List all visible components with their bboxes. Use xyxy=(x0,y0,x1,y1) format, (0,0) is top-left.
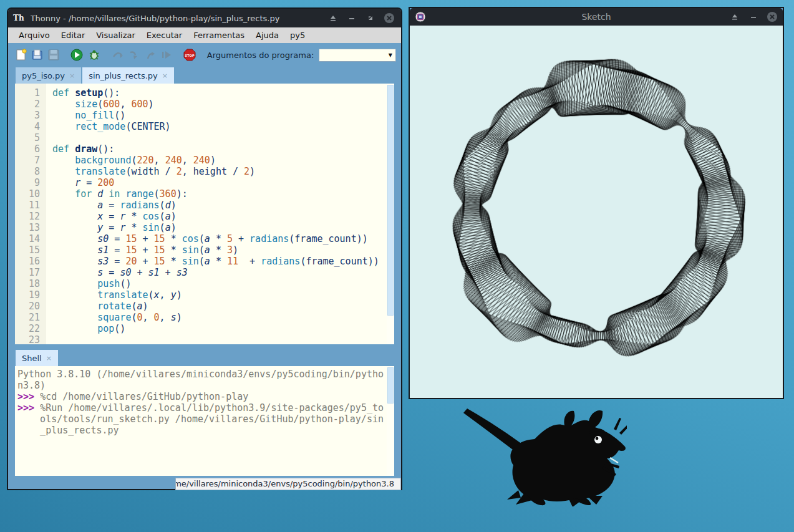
open-file-button[interactable] xyxy=(31,47,44,62)
maximize-button[interactable] xyxy=(364,11,377,25)
line-number: 1 xyxy=(15,87,40,99)
code-line: no_fill() xyxy=(52,110,387,121)
line-number: 12 xyxy=(15,211,40,222)
shell-prompt: >>> xyxy=(17,391,40,402)
resume-button[interactable] xyxy=(160,47,173,62)
shell-prompt: >>> xyxy=(17,402,40,414)
menu-item-py5[interactable]: py5 xyxy=(284,29,311,42)
sketch-window: Sketch xyxy=(409,7,784,399)
code-line: r = 200 xyxy=(52,177,387,188)
code-line: size(600, 600) xyxy=(52,99,387,110)
menu-item-arquivo[interactable]: Arquivo xyxy=(13,29,56,42)
shell-command: >>> %Run /home/villares/.local/lib/pytho… xyxy=(17,402,387,436)
line-number: 8 xyxy=(15,166,40,177)
svg-text:STOP: STOP xyxy=(185,54,195,57)
line-number: 2 xyxy=(15,99,40,110)
wallpaper-mouse-art xyxy=(458,407,627,506)
line-number: 4 xyxy=(15,121,40,132)
editor-tab-sin_plus_rects.py[interactable]: sin_plus_rects.py× xyxy=(82,67,174,84)
tab-label: py5_iso.py xyxy=(22,71,65,80)
editor-tabstrip: py5_iso.py×sin_plus_rects.py× xyxy=(8,67,401,84)
line-number: 18 xyxy=(15,278,40,289)
thonny-titlebar[interactable]: Th Thonny - /home/villares/GitHub/python… xyxy=(8,9,401,27)
shade-button[interactable] xyxy=(326,11,340,25)
combobox-arrow-icon[interactable]: ▼ xyxy=(389,52,392,58)
shell-tab-label: Shell xyxy=(22,354,42,363)
tab-close-icon[interactable]: × xyxy=(69,72,75,80)
code-area[interactable]: def setup(): size(600, 600) no_fill() re… xyxy=(46,84,387,344)
sketch-app-icon xyxy=(415,11,426,22)
line-number: 6 xyxy=(15,143,40,155)
code-line: for d in range(360): xyxy=(52,188,387,200)
sketch-minimize-button[interactable] xyxy=(747,10,760,24)
sketch-shade-button[interactable] xyxy=(728,10,742,24)
save-file-button[interactable] xyxy=(47,47,60,62)
shell-tab[interactable]: Shell × xyxy=(16,350,58,366)
line-number: 20 xyxy=(15,301,40,312)
code-line: pop() xyxy=(52,323,387,334)
line-number: 15 xyxy=(15,244,40,256)
code-line xyxy=(52,334,387,344)
line-number: 3 xyxy=(15,110,40,121)
minimize-button[interactable] xyxy=(345,11,359,25)
editor-tab-py5_iso.py[interactable]: py5_iso.py× xyxy=(16,67,81,84)
shell-tab-close-icon[interactable]: × xyxy=(46,354,52,362)
code-line: background(220, 240, 240) xyxy=(52,155,387,166)
menu-item-ajuda[interactable]: Ajuda xyxy=(250,29,284,42)
line-number: 14 xyxy=(15,233,40,244)
new-file-button[interactable] xyxy=(15,47,27,62)
line-number: 7 xyxy=(15,155,40,166)
menu-item-visualizar[interactable]: Visualizar xyxy=(90,29,141,42)
code-editor[interactable]: 1234567891011121314151617181920212223 de… xyxy=(15,84,394,344)
code-line: y = r * sin(a) xyxy=(52,222,387,233)
code-line: def setup(): xyxy=(52,87,387,99)
step-over-button[interactable] xyxy=(112,47,124,62)
code-line xyxy=(52,132,387,143)
debug-button[interactable] xyxy=(87,47,101,62)
code-line: rotate(a) xyxy=(52,301,387,312)
code-line: square(0, 0, s) xyxy=(52,312,387,323)
interpreter-path: /home/villares/miniconda3/envs/py5coding… xyxy=(175,478,401,490)
line-number: 5 xyxy=(15,132,40,143)
shell-output[interactable]: Python 3.8.10 (/home/villares/miniconda3… xyxy=(15,366,387,476)
sketch-close-button[interactable] xyxy=(765,10,779,24)
program-args-label: Argumentos do programa: xyxy=(207,51,314,60)
code-line: rect_mode(CENTER) xyxy=(52,121,387,132)
line-number: 9 xyxy=(15,177,40,188)
close-button[interactable] xyxy=(382,11,396,25)
tab-label: sin_plus_rects.py xyxy=(89,71,158,80)
stop-button[interactable]: STOP xyxy=(183,47,196,62)
step-out-button[interactable] xyxy=(144,47,157,62)
program-args-combobox[interactable]: ▼ xyxy=(319,49,396,62)
code-line: s3 = 20 + 15 * sin(a * 11 + radians(fram… xyxy=(52,256,387,267)
line-number-gutter: 1234567891011121314151617181920212223 xyxy=(15,84,46,344)
menu-item-editar[interactable]: Editar xyxy=(56,29,91,42)
line-number: 13 xyxy=(15,222,40,233)
line-number: 11 xyxy=(15,200,40,211)
editor-scrollbar-thumb[interactable] xyxy=(387,85,394,316)
line-number: 22 xyxy=(15,323,40,334)
step-into-button[interactable] xyxy=(128,47,140,62)
code-line: push() xyxy=(52,278,387,289)
menu-item-ferramentas[interactable]: Ferramentas xyxy=(188,29,250,42)
shell-panel[interactable]: Python 3.8.10 (/home/villares/miniconda3… xyxy=(15,366,394,476)
statusbar: /home/villares/miniconda3/envs/py5coding… xyxy=(8,476,401,490)
desktop: Th Thonny - /home/villares/GitHub/python… xyxy=(0,0,794,532)
thonny-window: Th Thonny - /home/villares/GitHub/python… xyxy=(7,7,402,490)
code-line: def draw(): xyxy=(52,143,387,155)
code-line: translate(x, y) xyxy=(52,289,387,301)
menu-item-executar[interactable]: Executar xyxy=(141,29,188,42)
run-button[interactable] xyxy=(70,47,84,62)
shell-command: >>> %cd /home/villares/GitHub/python-pla… xyxy=(17,391,387,402)
thonny-app-icon: Th xyxy=(13,14,24,22)
sketch-titlebar[interactable]: Sketch xyxy=(410,8,783,26)
thonny-window-title: Thonny - /home/villares/GitHub/python-pl… xyxy=(31,14,280,23)
menubar: ArquivoEditarVisualizarExecutarFerrament… xyxy=(8,27,401,43)
py5-sketch-canvas xyxy=(410,26,783,398)
sketch-window-title: Sketch xyxy=(581,12,611,22)
tab-close-icon[interactable]: × xyxy=(162,72,168,80)
line-number: 17 xyxy=(15,267,40,278)
shell-scrollbar-thumb[interactable] xyxy=(387,367,394,404)
shell-scrollbar[interactable] xyxy=(387,366,394,476)
editor-scrollbar[interactable] xyxy=(387,84,394,344)
